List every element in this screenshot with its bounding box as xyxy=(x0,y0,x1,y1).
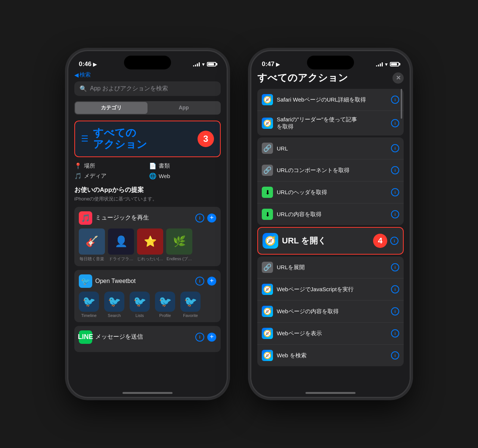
action-url[interactable]: 🔗 URL i xyxy=(257,137,404,159)
info-url-open[interactable]: i xyxy=(390,237,398,245)
seg-app[interactable]: App xyxy=(148,102,220,114)
phone-2: 0:47 ▶ ▾ すべてのアクション ✕ xyxy=(250,50,411,398)
cat-location[interactable]: 📍 場所 xyxy=(74,162,146,169)
tweetbot-item-profile[interactable]: 🐦 Profile xyxy=(155,292,175,318)
tweetbot-icon-search: 🐦 xyxy=(104,292,124,312)
action-url-header[interactable]: ⬇ URLのヘッダを取得 i xyxy=(257,181,404,203)
action-web-search[interactable]: 🧭 Web を検索 i xyxy=(257,344,404,366)
phone1-content: ◀ 検索 🔍 App およびアクションを検索 カテゴリ App ☰ すべてのアク… xyxy=(68,71,227,397)
close-button[interactable]: ✕ xyxy=(392,72,404,84)
tweetbot-item-search[interactable]: 🐦 Search xyxy=(104,292,124,318)
action-text-safari-reader: Safariの"リーダー"を使って記事を取得 xyxy=(277,116,357,130)
battery-icon-1 xyxy=(207,62,216,66)
tweetbot-card: 🐦 Open Tweetbot i + 🐦 Timeline 🐦 Search xyxy=(74,270,221,322)
search-icon-1: 🔍 xyxy=(80,85,87,92)
seg-category[interactable]: カテゴリ xyxy=(75,102,148,114)
suggestions-subtitle: iPhoneの使用状況に基づいています。 xyxy=(74,196,221,202)
badge-4: 4 xyxy=(373,234,387,248)
phone2-content: すべてのアクション ✕ 🧭 Safari WebページのURL詳細を取得 i xyxy=(251,71,410,397)
cat-documents[interactable]: 📄 書類 xyxy=(149,162,221,169)
album-label-2: ドライフラ… xyxy=(109,256,133,262)
green-icon-2: ⬇ xyxy=(262,209,273,220)
line-card: LINE メッセージを送信 i + xyxy=(74,326,221,352)
line-app-name: メッセージを送信 xyxy=(95,333,143,341)
p2-header: すべてのアクション ✕ xyxy=(257,71,404,84)
wifi-icon-2: ▾ xyxy=(385,61,388,67)
phone-1: 0:46 ▶ ▾ ◀ 検索 🔍 App およびアクションを検索 カテゴリ App xyxy=(67,50,228,398)
music-add-btn[interactable]: + xyxy=(207,214,216,223)
wifi-icon-1: ▾ xyxy=(202,61,205,67)
album-cover-1: 🎸 xyxy=(79,228,105,255)
back-button-1[interactable]: ◀ 検索 xyxy=(74,71,221,78)
link-icon-3: 🔗 xyxy=(262,262,273,273)
info-url-contents[interactable]: i xyxy=(391,210,399,218)
time-2: 0:47 ▶ xyxy=(262,60,280,68)
tweetbot-icons-row: 🐦 Timeline 🐦 Search 🐦 Lists 🐦 Profile 🐦 xyxy=(79,292,216,318)
badge-3: 3 xyxy=(198,131,214,147)
album-4[interactable]: 🌿 Endless (プ… xyxy=(166,228,192,262)
action-text-web-search: Web を検索 xyxy=(277,352,307,359)
music-info-btn[interactable]: i xyxy=(195,214,204,223)
info-js-run[interactable]: i xyxy=(391,285,399,293)
action-url-open-highlighted[interactable]: 🧭 URL を開く 4 i xyxy=(257,227,404,255)
info-url-component[interactable]: i xyxy=(391,166,399,174)
action-url-expand[interactable]: 🔗 URLを展開 i xyxy=(257,256,404,278)
all-actions-highlight[interactable]: ☰ すべてのアクション 3 xyxy=(74,121,221,157)
cat-web[interactable]: 🌐 Web xyxy=(149,172,221,180)
tweetbot-icon-favorite: 🐦 xyxy=(180,292,201,312)
tweetbot-add-btn[interactable]: + xyxy=(207,277,216,286)
line-title-row: LINE メッセージを送信 xyxy=(79,330,143,344)
tweetbot-item-lists[interactable]: 🐦 Lists xyxy=(130,292,150,318)
action-group-web: 🔗 URLを展開 i 🧭 WebページでJavaScriptを実行 i 🧭 xyxy=(257,256,404,366)
tweetbot-item-favorite[interactable]: 🐦 Favorite xyxy=(180,292,201,318)
status-icons-2: ▾ xyxy=(376,61,399,67)
segment-control-1[interactable]: カテゴリ App xyxy=(74,101,221,115)
album-2[interactable]: 👤 ドライフラ… xyxy=(108,228,134,262)
music-app-name: ミュージックを再生 xyxy=(95,214,149,222)
safari-icon-4: 🧭 xyxy=(262,306,273,317)
info-web-search[interactable]: i xyxy=(391,351,399,360)
info-safari-detail[interactable]: i xyxy=(391,96,399,104)
tweetbot-info-btn[interactable]: i xyxy=(195,277,204,286)
category-grid: 📍 場所 📄 書類 🎵 メディア 🌐 Web xyxy=(74,162,221,180)
album-cover-3: ⭐ xyxy=(137,228,163,255)
line-info-btn[interactable]: i xyxy=(195,333,204,342)
action-web-show[interactable]: 🧭 Webページを表示 i xyxy=(257,322,404,344)
info-url-expand[interactable]: i xyxy=(391,263,399,271)
tweetbot-card-header: 🐦 Open Tweetbot i + xyxy=(79,274,216,288)
info-url[interactable]: i xyxy=(391,144,399,152)
tweetbot-app-name: Open Tweetbot xyxy=(95,278,136,284)
action-safari-detail[interactable]: 🧭 Safari WebページのURL詳細を取得 i xyxy=(257,89,404,111)
action-text-js-run: WebページでJavaScriptを実行 xyxy=(277,286,354,293)
action-js-run[interactable]: 🧭 WebページでJavaScriptを実行 i xyxy=(257,278,404,300)
tweetbot-item-timeline[interactable]: 🐦 Timeline xyxy=(79,292,99,318)
album-1[interactable]: 🎸 毎日聴く音楽 xyxy=(79,228,105,262)
action-text-url-contents: URLの内容を取得 xyxy=(277,211,322,218)
action-url-component[interactable]: 🔗 URLのコンポーネントを取得 i xyxy=(257,159,404,181)
info-web-show[interactable]: i xyxy=(391,329,399,337)
line-add-btn[interactable]: + xyxy=(207,333,216,342)
action-safari-reader[interactable]: 🧭 Safariの"リーダー"を使って記事を取得 i xyxy=(257,111,404,136)
safari-icon-1: 🧭 xyxy=(262,94,273,105)
action-text-url: URL xyxy=(277,145,288,152)
action-web-content[interactable]: 🧭 Webページの内容を取得 i xyxy=(257,300,404,322)
info-web-content[interactable]: i xyxy=(391,307,399,315)
location-icon-2: ▶ xyxy=(276,62,280,67)
info-safari-reader[interactable]: i xyxy=(391,119,399,127)
safari-icon-5: 🧭 xyxy=(262,328,273,339)
tweetbot-label-profile: Profile xyxy=(159,313,171,318)
tweetbot-icon-profile: 🐦 xyxy=(155,292,175,312)
album-3[interactable]: ⭐ じれったい(… xyxy=(137,228,163,262)
cat-media[interactable]: 🎵 メディア xyxy=(74,172,146,180)
action-url-contents[interactable]: ⬇ URLの内容を取得 i xyxy=(257,203,404,225)
search-bar-1[interactable]: 🔍 App およびアクションを検索 xyxy=(74,81,221,96)
green-icon-1: ⬇ xyxy=(262,187,273,198)
list-icon: ☰ xyxy=(81,134,89,144)
time-1: 0:46 ▶ xyxy=(79,60,97,68)
action-text-url-expand: URLを展開 xyxy=(277,264,305,271)
action-list: 🧭 Safari WebページのURL詳細を取得 i 🧭 Safariの"リーダ… xyxy=(257,89,404,367)
info-url-header[interactable]: i xyxy=(391,188,399,196)
action-group-url: 🔗 URL i 🔗 URLのコンポーネントを取得 i ⬇ URLのヘッダを取 xyxy=(257,137,404,225)
safari-icon-3: 🧭 xyxy=(262,284,273,295)
line-actions: i + xyxy=(195,333,216,342)
